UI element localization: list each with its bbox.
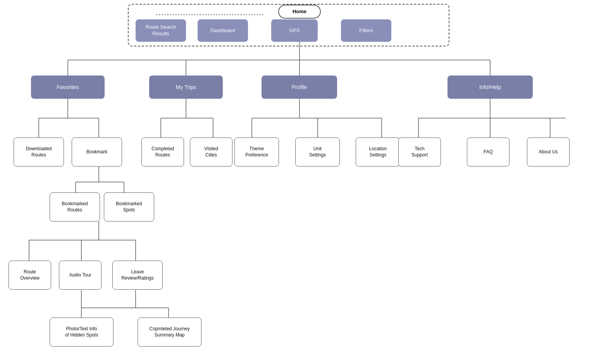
photo-text-node[interactable]: Photo/Text Info of Hidden Spots [50,318,114,347]
bookmarked-routes-node[interactable]: Bookmarked Routes [50,192,100,221]
audio-tour-node[interactable]: Audio Tour [59,261,102,290]
location-settings-label: Location Settings [369,146,387,158]
location-settings-node[interactable]: Location Settings [356,137,400,167]
connector-lines [0,0,599,364]
gps-label: GPS [289,27,300,34]
profile-node[interactable]: Profile [262,76,337,99]
leave-review-label: Leave Review/Ratings [121,269,153,281]
audio-tour-label: Audio Tour [69,272,91,278]
favorites-label: Favorites [57,84,79,91]
completed-routes-label: Completed Routes [151,146,174,158]
completed-journey-node[interactable]: Copmleted Journey Summary Map [138,318,201,347]
dashboard-node[interactable]: Dashboard [198,19,248,42]
unit-settings-label: Unit Settings [309,146,326,158]
my-trips-label: My Trips [176,84,196,91]
dashboard-label: Dashboard [210,27,235,34]
favorites-node[interactable]: Favorites [31,76,105,99]
bookmarked-spots-node[interactable]: Bookmarked Spots [104,192,154,221]
filters-label: Filters [359,27,373,34]
my-trips-node[interactable]: My Trips [149,76,223,99]
photo-text-label: Photo/Text Info of Hidden Spots [65,326,98,338]
about-us-label: About Us [539,149,558,155]
home-node[interactable]: Home [278,5,321,19]
route-overview-label: Route Overview [20,269,40,281]
route-overview-node[interactable]: Route Overview [9,261,51,290]
downloaded-routes-node[interactable]: Downloaded Routes [14,137,64,167]
theme-preference-label: Theme Preference [245,146,268,158]
filters-node[interactable]: Filters [341,19,391,42]
tech-support-node[interactable]: Tech Support [398,137,441,167]
info-help-node[interactable]: Info/Help [448,76,533,99]
faq-node[interactable]: FAQ [467,137,509,167]
profile-label: Profile [292,84,307,91]
completed-routes-node[interactable]: Completed Routes [141,137,184,167]
about-us-node[interactable]: About Us [527,137,570,167]
gps-node[interactable]: GPS [271,19,318,42]
bookmark-node[interactable]: Bookmark [72,137,122,167]
leave-review-node[interactable]: Leave Review/Ratings [112,261,163,290]
bookmarked-spots-label: Bookmarked Spots [116,201,142,213]
unit-settings-node[interactable]: Unit Settings [295,137,340,167]
downloaded-routes-label: Downloaded Routes [26,146,52,158]
visited-cities-label: Visited Cities [204,146,218,158]
bookmarked-routes-label: Bookmarked Routes [62,201,88,213]
completed-journey-label: Copmleted Journey Summary Map [149,326,189,338]
info-help-label: Info/Help [479,84,501,91]
diagram: Home Route Search Results Dashboard GPS … [0,0,599,364]
home-label: Home [293,9,306,15]
bookmark-label: Bookmark [86,149,107,155]
theme-preference-node[interactable]: Theme Preference [234,137,279,167]
faq-label: FAQ [484,149,493,155]
tech-support-label: Tech Support [411,146,428,158]
route-search-node[interactable]: Route Search Results [136,19,186,42]
route-search-label: Route Search Results [145,24,176,37]
visited-cities-node[interactable]: Visited Cities [190,137,232,167]
